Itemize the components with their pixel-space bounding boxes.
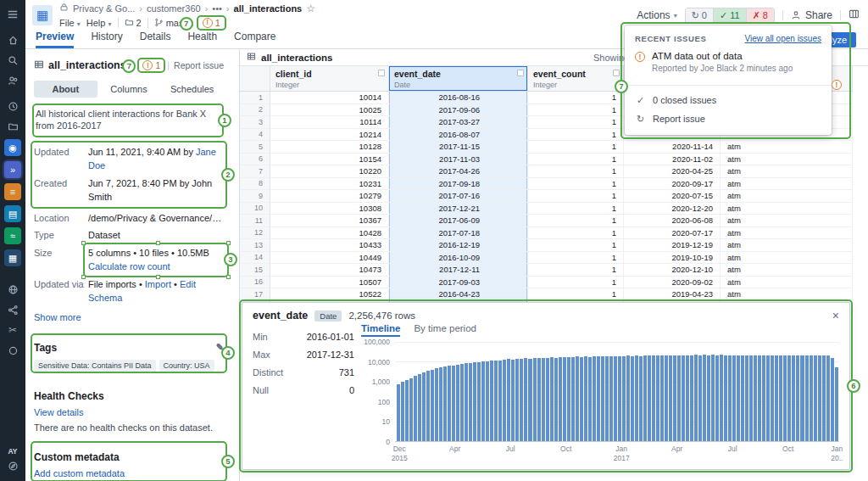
row-number-cell[interactable]: 2: [240, 104, 270, 116]
histogram-bar[interactable]: [741, 355, 744, 441]
app-tile-chart[interactable]: ▤: [4, 205, 21, 222]
hidden-col-2-cell[interactable]: atm: [721, 203, 853, 215]
histogram-bar[interactable]: [631, 356, 634, 441]
hidden-col-1-cell[interactable]: 2020-11-02: [624, 154, 721, 165]
histogram-bar[interactable]: [409, 378, 413, 441]
histogram-bar[interactable]: [571, 357, 575, 441]
hidden-col-1-cell[interactable]: 2019-12-19: [624, 239, 721, 251]
histogram-bar[interactable]: [405, 380, 409, 441]
row-number-cell[interactable]: 1: [240, 92, 270, 103]
event-date-cell[interactable]: 2017-07-16: [389, 190, 528, 202]
histogram-bar[interactable]: [749, 355, 753, 441]
report-issue-link[interactable]: Report issue: [174, 60, 224, 70]
table-row[interactable]: 17105222016-04-2312019-04-23atm: [240, 288, 853, 301]
table-row[interactable]: 15104732017-12-1112020-12-10atm: [240, 264, 853, 277]
histogram-bar[interactable]: [831, 358, 834, 441]
app-tile-camera[interactable]: ◉: [4, 139, 21, 156]
column-menu-icon[interactable]: [613, 70, 620, 76]
histogram-bar[interactable]: [682, 355, 685, 441]
hidden-col-2-cell[interactable]: atm: [721, 227, 853, 239]
histogram-bar[interactable]: [605, 356, 609, 441]
closed-issues-row[interactable]: ✓ 0 closed issues: [635, 91, 821, 109]
app-tile-list[interactable]: ≡: [4, 183, 21, 200]
row-number-cell[interactable]: 7: [240, 165, 270, 177]
histogram-bar[interactable]: [665, 355, 668, 441]
histogram-bar[interactable]: [498, 361, 502, 441]
client-id-cell[interactable]: 10522: [270, 288, 389, 300]
globe-icon[interactable]: [3, 281, 22, 298]
client-id-cell[interactable]: 10114: [270, 116, 389, 128]
histogram-bar[interactable]: [779, 355, 782, 441]
histogram-bar[interactable]: [822, 355, 826, 441]
help-menu[interactable]: Help ▾: [86, 18, 112, 28]
client-id-cell[interactable]: 10367: [270, 215, 389, 227]
histogram-bar[interactable]: [486, 361, 489, 441]
client-id-cell[interactable]: 10128: [270, 141, 389, 153]
histogram-bar[interactable]: [635, 355, 638, 441]
hidden-col-2-cell[interactable]: atm: [721, 264, 853, 276]
histogram-bar[interactable]: [835, 367, 838, 441]
close-icon[interactable]: ×: [832, 310, 839, 322]
issue-item[interactable]: ! ATM data out of data Reported by Joe B…: [635, 51, 821, 73]
event-date-cell[interactable]: 2017-09-06: [389, 104, 528, 116]
histogram-bar[interactable]: [469, 363, 472, 441]
client-id-cell[interactable]: 10473: [270, 264, 389, 276]
hidden-col-1-cell[interactable]: 2020-07-15: [624, 190, 721, 202]
hidden-col-2-cell[interactable]: atm: [721, 239, 853, 251]
histogram-bar[interactable]: [418, 374, 421, 441]
client-id-cell[interactable]: 10214: [270, 129, 389, 141]
hidden-col-1-cell[interactable]: 2020-11-14: [624, 141, 721, 153]
view-all-open-issues-link[interactable]: View all open issues: [745, 34, 821, 43]
histogram-bar[interactable]: [520, 359, 523, 441]
event-date-cell[interactable]: 2017-09-03: [389, 277, 528, 288]
histogram-bar[interactable]: [452, 366, 455, 442]
client-id-cell[interactable]: 10014: [270, 92, 389, 103]
histogram-bar[interactable]: [792, 355, 795, 441]
histogram-bar[interactable]: [745, 355, 748, 441]
histogram-bar[interactable]: [397, 384, 400, 441]
row-number-cell[interactable]: 17: [240, 288, 270, 300]
hidden-col-2-cell[interactable]: atm: [721, 288, 853, 300]
panel-issue-badge[interactable]: ! 1 7: [140, 60, 163, 70]
histogram-bar[interactable]: [550, 357, 554, 441]
home-icon[interactable]: [3, 31, 22, 48]
event-date-cell[interactable]: 2017-12-21: [389, 203, 528, 215]
histogram-bar[interactable]: [766, 355, 770, 441]
layout-columns-icon[interactable]: [849, 8, 860, 22]
row-number-cell[interactable]: 6: [240, 154, 270, 165]
event-count-cell[interactable]: 1: [528, 215, 624, 227]
table-row[interactable]: 10103082017-12-2112020-12-20atm: [240, 203, 853, 215]
histogram-bar[interactable]: [677, 355, 681, 441]
row-number-cell[interactable]: 15: [240, 264, 270, 276]
hidden-col-1-cell[interactable]: 2020-12-10: [624, 264, 721, 276]
share-button[interactable]: Share: [791, 9, 832, 21]
row-number-cell[interactable]: 8: [240, 178, 270, 190]
event-date-cell[interactable]: 2017-06-09: [389, 215, 528, 227]
history-clock-icon[interactable]: [3, 98, 22, 115]
histogram-bar[interactable]: [728, 355, 732, 441]
row-number-cell[interactable]: 3: [240, 116, 270, 128]
event-date-cell[interactable]: 2016-04-23: [389, 288, 528, 300]
row-number-cell[interactable]: 11: [240, 215, 270, 227]
event-date-cell[interactable]: 2016-08-07: [389, 129, 528, 141]
histogram-bar[interactable]: [533, 358, 537, 441]
table-row[interactable]: 16105072017-09-0312020-09-02atm: [240, 277, 853, 289]
table-row[interactable]: 6101542017-11-0312020-11-02atm: [240, 154, 853, 166]
table-row[interactable]: 5101282017-11-1512020-11-14atm: [240, 141, 853, 154]
event-count-cell[interactable]: 1: [528, 104, 624, 116]
event-count-cell[interactable]: 1: [528, 252, 624, 264]
app-tile-waves[interactable]: ≈: [4, 227, 21, 244]
histogram-bar[interactable]: [593, 356, 596, 441]
histogram-bar[interactable]: [698, 355, 702, 441]
histogram-bar[interactable]: [660, 355, 664, 441]
event-count-cell[interactable]: 1: [528, 227, 624, 239]
actions-button[interactable]: Actions▾: [637, 9, 676, 21]
histogram-bar[interactable]: [826, 355, 830, 441]
histogram-bar[interactable]: [715, 355, 719, 441]
table-row[interactable]: 7102202017-04-2612020-04-25atm: [240, 165, 853, 178]
histogram-bar[interactable]: [481, 361, 485, 441]
event-date-cell[interactable]: 2016-10-09: [389, 252, 528, 264]
histogram-bar[interactable]: [546, 358, 549, 441]
histogram-bar[interactable]: [524, 358, 527, 441]
table-row[interactable]: 13104332016-12-1912019-12-19atm: [240, 239, 853, 252]
